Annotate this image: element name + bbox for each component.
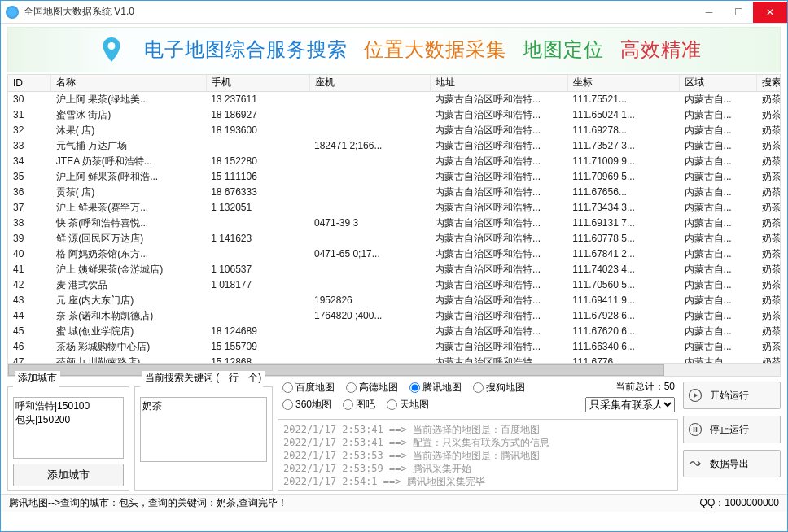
city-panel: 添加城市 添加城市 <box>7 380 129 491</box>
cell-phone <box>309 324 430 339</box>
radio-baidu[interactable]: 百度地图 <box>282 381 335 395</box>
cell-name: 蜜雪冰 街店) <box>51 107 206 123</box>
column-header[interactable]: 地址 <box>430 75 567 91</box>
column-header[interactable]: 区域 <box>680 75 757 91</box>
map-source-radios-row2: 360地图 图吧 天地图 <box>278 397 585 412</box>
export-icon <box>687 456 703 472</box>
cell-region: 内蒙古自... <box>680 324 757 339</box>
table-row[interactable]: 37沪上 鲜果茶(赛罕万...1 132051内蒙古自治区呼和浩特...111.… <box>8 200 781 216</box>
table-row[interactable]: 46茶杨 彩城购物中心店)15 155709内蒙古自治区呼和浩特...111.6… <box>8 339 781 355</box>
cell-mobile: 18 124689 <box>206 324 309 339</box>
cell-kw: 奶茶 <box>757 169 781 185</box>
cell-coord: 111.60778 5... <box>567 231 679 246</box>
cell-mobile <box>206 138 309 154</box>
table-row[interactable]: 31蜜雪冰 街店)18 186927内蒙古自治区呼和浩特...111.65024… <box>8 107 781 123</box>
cell-id: 35 <box>8 169 51 185</box>
cell-region: 内蒙古自... <box>680 123 757 138</box>
export-button[interactable]: 数据导出 <box>683 450 781 477</box>
cell-mobile: 15 111106 <box>206 169 309 185</box>
cell-id: 37 <box>8 200 51 216</box>
cell-addr: 内蒙古自治区呼和浩特... <box>430 216 567 231</box>
close-button[interactable]: ✕ <box>753 2 787 23</box>
cell-id: 31 <box>8 107 51 123</box>
cell-name: 麦 港式饮品 <box>51 277 206 293</box>
cell-coord: 111.67928 6... <box>567 308 679 324</box>
radio-gaode[interactable]: 高德地图 <box>346 381 398 395</box>
cell-name: 贡茶( 店) <box>51 185 206 200</box>
column-header[interactable]: ID <box>8 75 51 91</box>
cell-phone: 182471 2;166... <box>309 138 430 154</box>
play-icon <box>687 387 703 403</box>
cell-mobile <box>206 308 309 324</box>
cell-addr: 内蒙古自治区呼和浩特... <box>430 154 567 169</box>
table-row[interactable]: 32沐果( 店)18 193600内蒙古自治区呼和浩特...111.69278.… <box>8 123 781 138</box>
cell-coord: 111.74023 4... <box>567 262 679 277</box>
maximize-button[interactable]: ☐ <box>724 2 753 23</box>
cell-region: 内蒙古自... <box>680 91 757 107</box>
table-row[interactable]: 44奈 茶(诺和木勒凯德店)1764820 ;400...内蒙古自治区呼和浩特.… <box>8 308 781 324</box>
cell-phone <box>309 123 430 138</box>
cell-phone <box>309 262 430 277</box>
cell-kw: 奶茶 <box>757 154 781 169</box>
radio-tencent[interactable]: 腾讯地图 <box>409 381 462 395</box>
table-row[interactable]: 41沪上 姨鲜果茶(金游城店)1 106537内蒙古自治区呼和浩特...111.… <box>8 262 781 277</box>
log-output: 2022/1/17 2:53:41 ==> 当前选择的地图是：百度地图2022/… <box>278 419 678 491</box>
banner-text-2: 位置大数据采集 <box>364 37 506 63</box>
table-row[interactable]: 36贡茶( 店)18 676333内蒙古自治区呼和浩特...111.67656.… <box>8 185 781 200</box>
add-city-button[interactable]: 添加城市 <box>13 464 124 486</box>
table-row[interactable]: 30沪上阿 果茶(绿地美...13 237611内蒙古自治区呼和浩特...111… <box>8 91 781 107</box>
status-right: QQ：1000000000 <box>700 496 779 510</box>
cell-mobile: 18 152280 <box>206 154 309 169</box>
cell-phone <box>309 185 430 200</box>
radio-tianditu[interactable]: 天地图 <box>387 398 429 412</box>
banner: 电子地图综合服务搜索 位置大数据采集 地图定位 高效精准 <box>7 27 781 72</box>
cell-phone: 0471-65 0;17... <box>309 246 430 262</box>
cell-region: 内蒙古自... <box>680 216 757 231</box>
table-row[interactable]: 43元 座(内大东门店)1952826 内蒙古自治区呼和浩特...111.694… <box>8 293 781 308</box>
cell-coord: 111.67841 2... <box>567 246 679 262</box>
svg-rect-4 <box>696 427 698 432</box>
banner-text-4: 高效精准 <box>620 37 702 63</box>
minimize-button[interactable]: ─ <box>694 2 724 23</box>
table-row[interactable]: 45蜜 城(创业学院店)18 124689内蒙古自治区呼和浩特...111.67… <box>8 324 781 339</box>
radio-sogou[interactable]: 搜狗地图 <box>473 381 525 395</box>
cell-region: 内蒙古自... <box>680 277 757 293</box>
table-row[interactable]: 39鲜 源(回民区万达店)1 141623内蒙古自治区呼和浩特...111.60… <box>8 231 781 246</box>
cell-addr: 内蒙古自治区呼和浩特... <box>430 308 567 324</box>
stop-button[interactable]: 停止运行 <box>683 416 781 443</box>
stop-icon <box>687 421 703 438</box>
start-button[interactable]: 开始运行 <box>683 382 781 409</box>
cell-phone: 0471-39 3 <box>309 216 430 231</box>
banner-logo-icon <box>95 33 128 66</box>
radio-tuba[interactable]: 图吧 <box>343 398 375 412</box>
cell-phone <box>309 107 430 123</box>
radio-360[interactable]: 360地图 <box>282 398 331 412</box>
table-row[interactable]: 33元气捕 万达广场182471 2;166...内蒙古自治区呼和浩特...11… <box>8 138 781 154</box>
column-header[interactable]: 坐标 <box>567 75 679 91</box>
table-row[interactable]: 38快 茶(呼和浩特喜悦...0471-39 3内蒙古自治区呼和浩特...111… <box>8 216 781 231</box>
cell-kw: 奶茶 <box>757 262 781 277</box>
cell-mobile <box>206 216 309 231</box>
cell-kw: 奶茶 <box>757 200 781 216</box>
city-textarea[interactable] <box>13 397 124 459</box>
collect-mode-select[interactable]: 只采集有联系人 <box>585 397 675 412</box>
column-header[interactable]: 手机 <box>206 75 309 91</box>
cell-kw: 奶茶 <box>757 185 781 200</box>
table-row[interactable]: 34JTEA 奶茶(呼和浩特...18 152280内蒙古自治区呼和浩特...1… <box>8 154 781 169</box>
data-table[interactable]: ID名称手机座机地址坐标区域搜索词来源 30沪上阿 果茶(绿地美...13 23… <box>7 74 781 377</box>
cell-id: 45 <box>8 324 51 339</box>
cell-coord: 111.70560 5... <box>567 277 679 293</box>
column-header[interactable]: 名称 <box>51 75 206 91</box>
keyword-textarea[interactable] <box>140 397 267 462</box>
table-row[interactable]: 40格 阿妈奶茶馆(东方...0471-65 0;17...内蒙古自治区呼和浩特… <box>8 246 781 262</box>
table-row[interactable]: 35沪上阿 鲜果茶(呼和浩...15 111106内蒙古自治区呼和浩特...11… <box>8 169 781 185</box>
column-header[interactable]: 座机 <box>309 75 430 91</box>
horizontal-scrollbar[interactable] <box>8 363 780 376</box>
table-row[interactable]: 42麦 港式饮品1 018177内蒙古自治区呼和浩特...111.70560 5… <box>8 277 781 293</box>
action-panel: 开始运行 停止运行 数据导出 <box>683 380 781 491</box>
cell-id: 36 <box>8 185 51 200</box>
cell-region: 内蒙古自... <box>680 293 757 308</box>
cell-name: 沪上阿 果茶(绿地美... <box>51 91 206 107</box>
cell-name: JTEA 奶茶(呼和浩特... <box>51 154 206 169</box>
column-header[interactable]: 搜索词 <box>757 75 781 91</box>
